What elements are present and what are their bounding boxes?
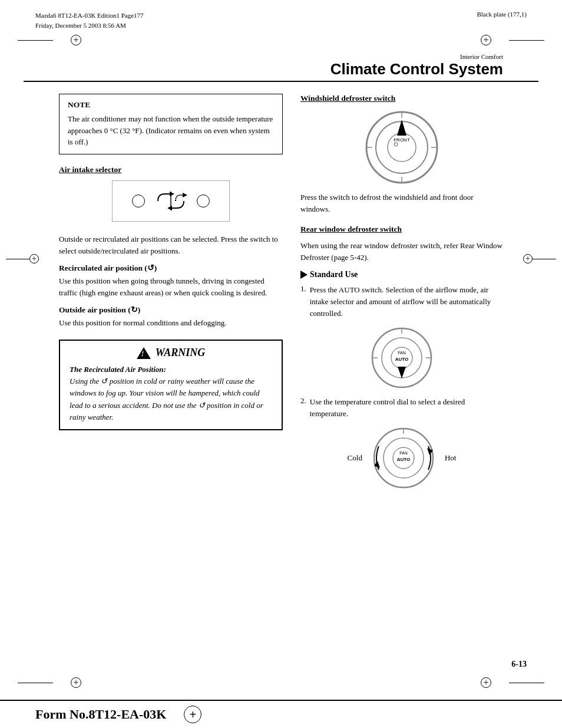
reg-mark-right [481,35,544,45]
item1-text: Press the AUTO switch. Selection of the … [310,284,503,319]
reg-circle-top-right [481,35,491,45]
note-text: The air conditioner may not function whe… [68,113,274,148]
reg-mark-left [18,35,81,45]
air-intake-heading: Air intake selector [59,165,283,174]
left-reg-line [6,259,29,259]
air-circle-left [132,195,145,207]
header-line1: Mazda6 8T12-EA-03K Edition1 Page177 [35,11,144,21]
auto-dial-container: FAN AUTO [300,325,503,390]
reg-line-bottom-right [509,683,544,683]
windshield-section: Windshield defroster switch FRONT [300,94,503,215]
outside-text: Use this position for normal conditions … [59,317,283,329]
warning-box: WARNING The Recirculated Air Position: U… [59,340,283,430]
warning-subtitle: The Recirculated Air Position: [70,365,166,374]
left-reg-mark: + [6,254,39,263]
standard-use-item2: 2. Use the temperature control dial to s… [300,396,503,420]
svg-text:AUTO: AUTO [397,457,411,462]
right-reg-circle: + [523,254,533,263]
rear-defroster-body: When using the rear window defroster swi… [300,240,503,263]
outside-heading: Outside air position (↻) [59,305,283,315]
right-column: Windshield defroster switch FRONT [300,94,503,490]
recirculated-text: Use this position when going through tun… [59,275,283,299]
note-box: NOTE The air conditioner may not functio… [59,94,283,154]
warning-triangle-icon [137,347,151,359]
reg-circle-bottom-right [481,677,491,688]
reg-mark-bottom-right [481,677,544,688]
content-area: NOTE The air conditioner may not functio… [24,82,538,502]
left-reg-circle: + [29,254,39,263]
right-reg-mark: + [523,254,556,263]
air-circle-right [197,195,210,207]
recirculated-heading: Recirculated air position (↺) [59,263,283,273]
air-icon-svg [153,189,189,213]
reg-mark-bottom-left [18,677,81,688]
warning-text: The Recirculated Air Position: Using the… [70,364,272,423]
temp-dial-svg: FAN AUTO [368,426,439,490]
header-left: Mazda6 8T12-EA-03K Edition1 Page177 Frid… [35,11,144,30]
reg-marks-top [0,30,562,50]
air-intake-diagram [112,180,230,222]
item2-num: 2. [300,396,306,420]
bottom-reg-marks [0,673,562,693]
windshield-heading: Windshield defroster switch [300,94,503,103]
header-line2: Friday, December 5 2003 8:56 AM [35,21,144,31]
rear-defroster-section: Rear window defroster switch When using … [300,225,503,263]
temp-dial-row: Cold FAN AUTO [300,426,503,490]
standard-use-heading: Standard Use [300,270,503,279]
warning-body: Using the ↺ position in cold or rainy we… [70,377,263,421]
reg-circle-bottom-left [71,677,81,688]
standard-use-label: Standard Use [310,270,358,279]
title-main: Climate Control System [59,60,503,78]
svg-marker-16 [398,367,406,378]
air-intake-body: Outside or recirculated air positions ca… [59,233,283,257]
svg-text:AUTO: AUTO [395,357,409,362]
header-right: Black plate (177,1) [477,11,527,18]
svg-text:FAN: FAN [398,351,406,355]
rear-defroster-heading: Rear window defroster switch [300,225,503,234]
form-number: Form No.8T12-EA-03K [35,707,166,722]
left-column: NOTE The air conditioner may not functio… [59,94,283,490]
form-crosshair-circle [184,706,201,723]
triangle-right-icon [300,271,308,279]
svg-text:FRONT: FRONT [394,137,410,143]
page-number: 6-13 [511,660,527,669]
header-area: Mazda6 8T12-EA-03K Edition1 Page177 Frid… [0,0,562,30]
standard-use-item1: 1. Press the AUTO switch. Selection of t… [300,284,503,319]
hot-label: Hot [445,453,457,463]
reg-line-bottom-left [18,683,53,683]
page-wrapper: Mazda6 8T12-EA-03K Edition1 Page177 Frid… [0,0,562,728]
windshield-dial-svg: FRONT [363,109,440,186]
title-category: Interior Comfort [59,53,503,60]
air-icon [153,189,189,213]
note-title: NOTE [68,100,274,110]
svg-point-5 [394,143,398,146]
reg-line-right [509,40,544,41]
windshield-body: Press the switch to defrost the windshie… [300,192,503,215]
form-number-bar: Form No.8T12-EA-03K [0,700,562,728]
title-section: Interior Comfort Climate Control System [24,50,538,82]
svg-text:FAN: FAN [399,451,408,455]
reg-line-left [18,40,53,41]
right-reg-line [533,259,556,259]
auto-dial-svg: FAN AUTO [369,325,434,390]
warning-title: WARNING [70,347,272,359]
cold-label: Cold [348,453,362,463]
reg-circle-top-left [71,35,81,45]
windshield-diagram-container: FRONT [300,109,503,186]
item1-num: 1. [300,284,306,319]
item2-text: Use the temperature control dial to sele… [310,396,503,420]
warning-label: WARNING [156,347,206,359]
standard-use-section: Standard Use 1. Press the AUTO switch. S… [300,270,503,491]
